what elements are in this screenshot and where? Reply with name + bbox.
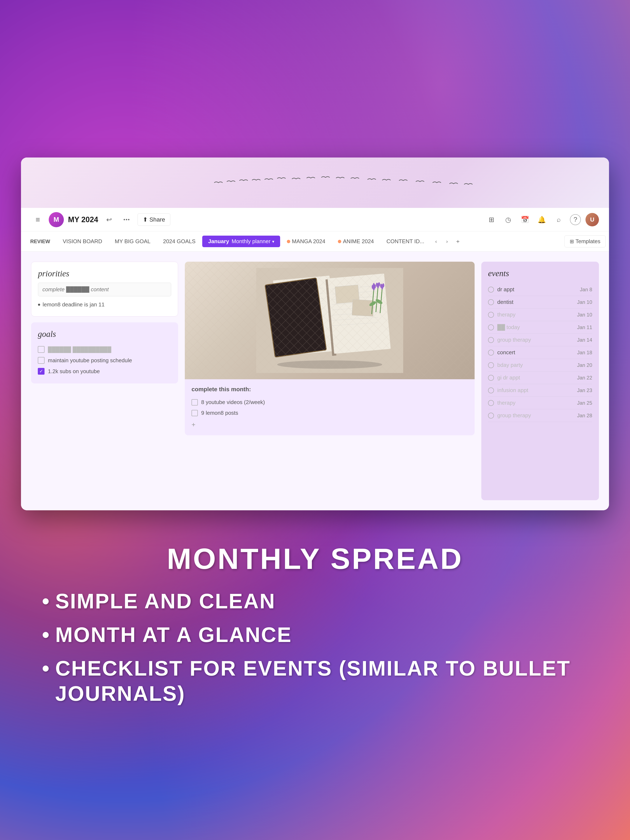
event-item-8: infusion appt Jan 23 bbox=[488, 384, 592, 397]
tab-manga-2024[interactable]: MANGA 2024 bbox=[281, 235, 331, 247]
more-options-button[interactable]: ••• bbox=[120, 213, 133, 226]
tab-prev-button[interactable]: ‹ bbox=[431, 237, 441, 246]
complete-this-month-section: complete this month: 8 youtube videos (2… bbox=[185, 379, 475, 435]
left-column: priorities lemon8 deadline is jan 11 goa… bbox=[31, 262, 178, 500]
tab-anime-2024[interactable]: ANIME 2024 bbox=[332, 235, 380, 247]
tab-vision-board-label: VISION BOARD bbox=[63, 238, 102, 245]
goal-checkbox-0[interactable] bbox=[38, 346, 44, 353]
journal-image bbox=[185, 262, 475, 379]
event-name-3: ██ today bbox=[497, 324, 577, 330]
event-item-0: dr appt Jan 8 bbox=[488, 283, 592, 296]
chevron-right-icon: › bbox=[446, 238, 448, 245]
event-checkbox-9[interactable] bbox=[488, 400, 494, 406]
bell-icon: 🔔 bbox=[538, 216, 546, 224]
header-banner bbox=[21, 158, 609, 208]
tab-content-label: CONTENT ID... bbox=[387, 238, 424, 245]
goal-item-0: ██████ ██████████ bbox=[38, 344, 171, 355]
event-item-10: group therapy Jan 28 bbox=[488, 409, 592, 422]
tab-content-id[interactable]: CONTENT ID... bbox=[381, 235, 430, 247]
workspace-avatar[interactable]: M bbox=[49, 212, 64, 227]
event-name-5: concert bbox=[497, 349, 577, 356]
task-checkbox-0[interactable] bbox=[191, 399, 198, 406]
table-view-button[interactable]: ⊞ bbox=[485, 213, 498, 226]
event-item-3: ██ today Jan 11 bbox=[488, 321, 592, 334]
tab-next-button[interactable]: › bbox=[442, 237, 452, 246]
tab-anime-label: ANIME 2024 bbox=[343, 238, 374, 245]
tab-bar: REVIEW VISION BOARD MY BIG GOAL 2024 GOA… bbox=[21, 231, 609, 251]
birds-decoration bbox=[147, 170, 483, 195]
bullet-point-2: • CHECKLIST FOR EVENTS (SIMILAR TO BULLE… bbox=[42, 655, 588, 706]
toolbar-actions: ⊞ ◷ 📅 🔔 ⌕ ? U bbox=[485, 213, 599, 226]
tab-monthly-label: Monthly planner bbox=[232, 238, 270, 245]
plus-icon: + bbox=[456, 238, 459, 245]
task-item-1: 9 lemon8 posts bbox=[191, 407, 468, 418]
tab-add-button[interactable]: + bbox=[453, 237, 463, 246]
chevron-left-icon: ‹ bbox=[435, 238, 437, 245]
tab-review[interactable]: REVIEW bbox=[24, 236, 56, 247]
event-checkbox-4[interactable] bbox=[488, 337, 494, 343]
search-button[interactable]: ⌕ bbox=[552, 213, 565, 226]
goal-text-2: 1.2k subs on youtube bbox=[48, 368, 100, 375]
tab-january-label: January bbox=[208, 238, 229, 245]
event-date-1: Jan 10 bbox=[577, 299, 592, 305]
bullet-text-2: CHECKLIST FOR EVENTS (SIMILAR TO BULLET … bbox=[55, 655, 588, 706]
event-date-6: Jan 20 bbox=[577, 362, 592, 368]
calendar-button[interactable]: 📅 bbox=[518, 213, 532, 226]
task-item-0: 8 youtube videos (2/week) bbox=[191, 397, 468, 407]
event-item-6: bday party Jan 20 bbox=[488, 359, 592, 371]
bullet-dot-2: • bbox=[42, 655, 50, 681]
event-checkbox-5[interactable] bbox=[488, 350, 494, 355]
event-date-4: Jan 14 bbox=[577, 337, 592, 343]
tab-my-big-goal[interactable]: MY BIG GOAL bbox=[109, 235, 156, 247]
event-checkbox-8[interactable] bbox=[488, 387, 494, 393]
event-name-10: group therapy bbox=[497, 412, 577, 419]
right-column: events dr appt Jan 8 dentist Jan 10 ther… bbox=[481, 262, 599, 500]
more-icon: ••• bbox=[123, 217, 130, 223]
share-label: Share bbox=[149, 216, 165, 223]
event-checkbox-6[interactable] bbox=[488, 362, 494, 368]
bullet-points-list: • SIMPLE AND CLEAN • MONTH AT A GLANCE •… bbox=[42, 589, 588, 714]
templates-label: Templates bbox=[576, 238, 601, 245]
event-date-10: Jan 28 bbox=[577, 413, 592, 418]
undo-icon: ↩ bbox=[106, 216, 112, 224]
event-checkbox-7[interactable] bbox=[488, 375, 494, 381]
manga-dot bbox=[287, 240, 290, 243]
share-button[interactable]: ⬆ Share bbox=[137, 213, 170, 226]
priority-item: lemon8 deadline is jan 11 bbox=[38, 300, 171, 309]
add-task-button[interactable]: + bbox=[191, 421, 468, 429]
undo-button[interactable]: ↩ bbox=[102, 213, 116, 226]
menu-icon: ≡ bbox=[35, 215, 40, 224]
main-content: priorities lemon8 deadline is jan 11 goa… bbox=[21, 251, 609, 510]
priorities-input[interactable] bbox=[38, 283, 171, 296]
event-name-2: therapy bbox=[497, 311, 577, 318]
tab-january-planner[interactable]: January Monthly planner ▾ bbox=[202, 235, 280, 247]
template-icon: ⊞ bbox=[570, 238, 574, 245]
clock-icon: ◷ bbox=[505, 216, 511, 224]
templates-button[interactable]: ⊞ Templates bbox=[564, 235, 606, 247]
event-name-4: group therapy bbox=[497, 336, 577, 343]
avatar-letter: M bbox=[54, 216, 59, 223]
complete-label: complete this month: bbox=[191, 386, 468, 393]
event-name-7: gi dr appt bbox=[497, 374, 577, 381]
hamburger-menu[interactable]: ≡ bbox=[31, 213, 44, 226]
event-date-3: Jan 11 bbox=[577, 324, 592, 330]
clock-button[interactable]: ◷ bbox=[502, 213, 515, 226]
event-checkbox-3[interactable] bbox=[488, 324, 494, 330]
event-checkbox-2[interactable] bbox=[488, 312, 494, 318]
tab-vision-board[interactable]: VISION BOARD bbox=[57, 235, 108, 247]
event-date-7: Jan 22 bbox=[577, 375, 592, 381]
bell-button[interactable]: 🔔 bbox=[535, 213, 548, 226]
event-item-9: therapy Jan 25 bbox=[488, 397, 592, 409]
event-checkbox-10[interactable] bbox=[488, 413, 494, 418]
task-checkbox-1[interactable] bbox=[191, 410, 198, 416]
event-checkbox-0[interactable] bbox=[488, 287, 494, 292]
goal-checkbox-2[interactable]: ✓ bbox=[38, 368, 44, 375]
event-date-5: Jan 18 bbox=[577, 350, 592, 355]
help-button[interactable]: ? bbox=[569, 213, 582, 226]
event-name-9: therapy bbox=[497, 399, 577, 406]
user-avatar[interactable]: U bbox=[586, 213, 599, 226]
goal-checkbox-1[interactable] bbox=[38, 357, 44, 364]
goals-title: goals bbox=[38, 329, 171, 339]
tab-2024-goals[interactable]: 2024 GOALS bbox=[157, 235, 202, 247]
event-checkbox-1[interactable] bbox=[488, 299, 494, 305]
